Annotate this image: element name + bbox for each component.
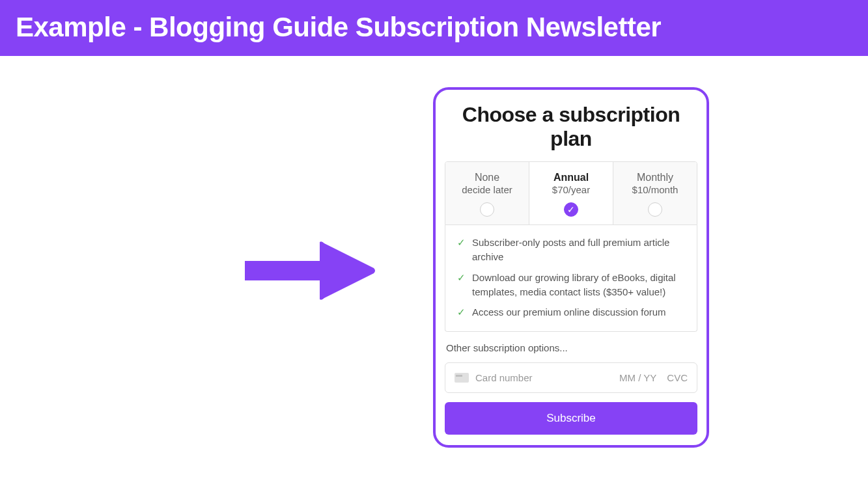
check-icon: ✓ (567, 204, 575, 215)
feature-item: ✓ Download our growing library of eBooks… (457, 271, 685, 299)
page-header: Example - Blogging Guide Subscription Ne… (0, 0, 868, 56)
svg-rect-0 (245, 261, 323, 280)
feature-text: Download our growing library of eBooks, … (472, 271, 685, 299)
plan-option-annual[interactable]: Annual $70/year ✓ (529, 162, 613, 225)
content-area: Choose a subscription plan None decide l… (0, 56, 868, 483)
plan-option-monthly[interactable]: Monthly $10/month ✓ (613, 162, 697, 225)
radio-checked-icon: ✓ (564, 202, 578, 217)
card-title: Choose a subscription plan (445, 99, 697, 161)
plan-option-none[interactable]: None decide later ✓ (445, 162, 529, 225)
card-expiry-placeholder: MM / YY (619, 372, 656, 383)
features-list: ✓ Subscriber-only posts and full premium… (445, 225, 697, 332)
subscription-card: Choose a subscription plan None decide l… (433, 87, 709, 448)
feature-item: ✓ Subscriber-only posts and full premium… (457, 236, 685, 264)
credit-card-icon (455, 373, 469, 383)
feature-item: ✓ Access our premium online discussion f… (457, 305, 685, 319)
plan-name: Monthly (619, 171, 692, 183)
card-cvc-placeholder: CVC (667, 372, 688, 383)
checkmark-icon: ✓ (457, 305, 466, 319)
plan-name: None (451, 171, 524, 183)
other-options-link[interactable]: Other subscription options... (445, 332, 697, 353)
radio-unchecked-icon: ✓ (480, 202, 494, 217)
header-title: Example - Blogging Guide Subscription Ne… (16, 12, 661, 42)
checkmark-icon: ✓ (457, 271, 466, 284)
feature-text: Access our premium online discussion for… (472, 305, 666, 319)
feature-text: Subscriber-only posts and full premium a… (472, 236, 685, 264)
plan-price: $10/month (619, 183, 692, 197)
plan-price: decide later (451, 183, 524, 197)
checkmark-icon: ✓ (457, 236, 466, 249)
radio-unchecked-icon: ✓ (648, 202, 662, 217)
plans-row: None decide later ✓ Annual $70/year ✓ Mo… (445, 161, 697, 226)
arrow-right-icon (245, 238, 375, 306)
plan-name: Annual (535, 171, 608, 183)
card-number-placeholder: Card number (475, 372, 613, 383)
subscribe-button[interactable]: Subscribe (445, 402, 697, 435)
card-number-field[interactable]: Card number MM / YY CVC (445, 362, 697, 393)
plan-price: $70/year (535, 183, 608, 197)
